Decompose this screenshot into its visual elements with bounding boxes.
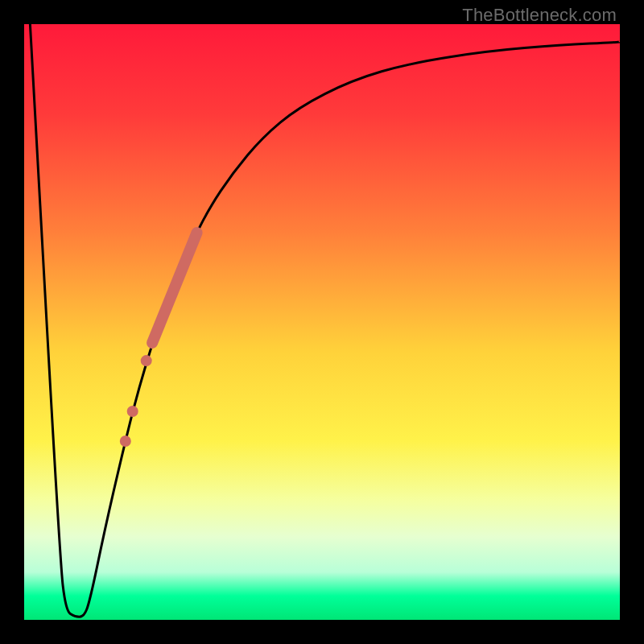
highlight-segment [152,233,197,343]
curve-line [30,24,620,617]
bottleneck-curve [24,24,620,620]
highlight-dot [127,406,138,417]
plot-area [24,24,620,620]
watermark-text: TheBottleneck.com [462,5,617,26]
highlight-dot [141,355,152,366]
highlight-dot [120,436,131,447]
